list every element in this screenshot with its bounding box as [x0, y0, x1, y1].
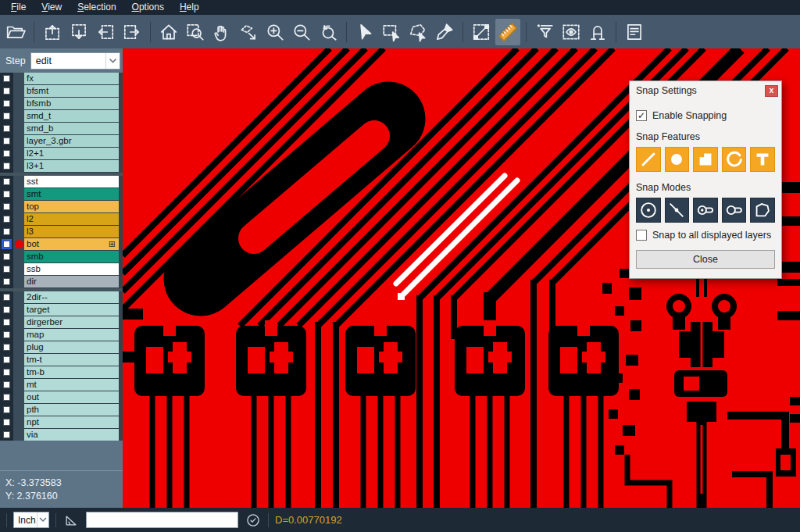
dialog-title-bar[interactable]: Snap Settings x	[630, 81, 781, 100]
layer-name[interactable]: tm-t	[24, 354, 119, 366]
snap-feature-arc-button[interactable]	[722, 147, 747, 172]
snap-mode-center-button[interactable]	[636, 198, 661, 223]
layer-row-smb[interactable]: smb	[0, 251, 123, 262]
layer-name[interactable]: ssb	[24, 263, 119, 275]
angle-mode-button[interactable]	[62, 512, 80, 529]
layer-row-pth[interactable]: pth	[0, 404, 123, 416]
layer-row-bfsmb[interactable]: bfsmb	[0, 98, 123, 109]
layer-row-bot[interactable]: bot⊞	[0, 238, 123, 250]
layer-name[interactable]: dir	[24, 276, 119, 287]
open-file-button[interactable]	[3, 19, 28, 45]
layer-row-smd_b[interactable]: smd_b	[0, 123, 123, 134]
layer-visibility-checkbox[interactable]	[3, 253, 10, 260]
snap-feature-surface-button[interactable]	[693, 147, 718, 172]
layer-row-dirgerber[interactable]: dirgerber	[0, 316, 123, 328]
layer-name[interactable]: smd_b	[24, 123, 119, 134]
layer-visibility-checkbox[interactable]	[3, 100, 10, 107]
menu-item-options[interactable]: Options	[124, 0, 172, 15]
snap-mode-closest-point-button[interactable]	[665, 198, 690, 223]
command-input[interactable]	[86, 512, 238, 528]
layer-visibility-checkbox[interactable]	[3, 137, 10, 145]
layer-visibility-checkbox[interactable]	[3, 125, 10, 132]
pan-hand-button[interactable]	[209, 19, 234, 45]
layer-visibility-checkbox[interactable]	[3, 162, 10, 170]
layer-name[interactable]: target	[24, 304, 119, 316]
layer-name[interactable]: plug	[24, 341, 119, 353]
layer-visibility-checkbox[interactable]	[3, 241, 10, 248]
layer-visibility-checkbox[interactable]	[3, 191, 10, 198]
pan-left-button[interactable]	[93, 19, 118, 45]
layer-name[interactable]: l3+1	[24, 160, 119, 172]
menu-item-view[interactable]: View	[34, 0, 70, 15]
layer-name[interactable]: bfsmt	[24, 85, 119, 97]
layer-name[interactable]: pth	[24, 404, 119, 416]
layer-row-out[interactable]: out	[0, 391, 123, 403]
menu-item-help[interactable]: Help	[172, 0, 207, 15]
layer-row-map[interactable]: map	[0, 329, 123, 341]
layer-row-smd_t[interactable]: smd_t	[0, 110, 123, 122]
layer-name[interactable]: top	[24, 201, 119, 212]
layer-visibility-checkbox[interactable]	[3, 216, 10, 223]
display-options-button[interactable]	[559, 19, 584, 45]
layer-visibility-checkbox[interactable]	[3, 394, 10, 401]
layer-visibility-checkbox[interactable]	[3, 75, 10, 82]
layer-name[interactable]: smd_t	[24, 110, 119, 122]
layer-visibility-checkbox[interactable]	[3, 178, 10, 185]
layer-row-l3[interactable]: l3	[0, 226, 123, 237]
zoom-out-button[interactable]	[289, 19, 314, 45]
zoom-window-button[interactable]	[183, 19, 208, 45]
enable-snapping-checkbox[interactable]: ✓	[636, 110, 647, 121]
measure-distance-button[interactable]	[469, 19, 494, 45]
layer-visibility-checkbox[interactable]	[3, 381, 10, 388]
layer-row-npt[interactable]: npt	[0, 416, 123, 428]
snap-feature-pad-button[interactable]	[665, 147, 690, 172]
layer-row-plug[interactable]: plug	[0, 341, 123, 353]
layer-row-target[interactable]: target	[0, 304, 123, 316]
layer-visibility-checkbox[interactable]	[3, 266, 10, 273]
snap-all-layers-checkbox[interactable]	[636, 230, 647, 241]
layer-name[interactable]: smt	[24, 188, 119, 200]
layer-row-tm-b[interactable]: tm-b	[0, 366, 123, 378]
layer-visibility-checkbox[interactable]	[3, 406, 10, 413]
snap-mode-contour-button[interactable]	[750, 198, 775, 223]
clean-brush-button[interactable]	[432, 19, 457, 45]
layer-name[interactable]: l2	[24, 213, 119, 225]
layer-name[interactable]: smb	[24, 251, 119, 262]
apply-button[interactable]	[245, 512, 262, 529]
layer-name[interactable]: mt	[24, 379, 119, 391]
filter-button[interactable]	[532, 19, 557, 45]
layer-row-sst[interactable]: sst	[0, 176, 123, 187]
snap-mode-slot-center-hole-button[interactable]	[693, 198, 718, 223]
layer-visibility-checkbox[interactable]	[3, 278, 10, 285]
layer-grid-icon[interactable]: ⊞	[109, 240, 116, 248]
snap-magnet-button[interactable]	[585, 19, 610, 45]
report-form-button[interactable]	[622, 19, 647, 45]
layer-name[interactable]: tm-b	[24, 366, 119, 378]
ruler-button[interactable]	[495, 19, 520, 45]
layer-name[interactable]: l3	[24, 226, 119, 237]
snap-feature-line-button[interactable]	[636, 147, 661, 172]
layer-visibility-checkbox[interactable]	[3, 203, 10, 210]
menu-item-file[interactable]: File	[3, 0, 34, 15]
layer-name[interactable]: via	[24, 429, 119, 441]
layer-visibility-checkbox[interactable]	[3, 344, 10, 351]
layer-row-bfsmt[interactable]: bfsmt	[0, 85, 123, 97]
select-rectangle-button[interactable]	[379, 19, 404, 45]
layer-name[interactable]: bfsmb	[24, 98, 119, 109]
layer-visibility-checkbox[interactable]	[3, 294, 10, 301]
pan-down-button[interactable]	[66, 19, 91, 45]
layer-row-mt[interactable]: mt	[0, 379, 123, 391]
select-arrow-button[interactable]	[352, 19, 377, 45]
layer-row-smt[interactable]: smt	[0, 188, 123, 200]
layer-row-top[interactable]: top	[0, 201, 123, 212]
layer-visibility-checkbox[interactable]	[3, 306, 10, 313]
layer-row-ssb[interactable]: ssb	[0, 263, 123, 275]
zoom-previous-button[interactable]	[316, 19, 341, 45]
layer-row-l2[interactable]: l2	[0, 213, 123, 225]
layer-visibility-checkbox[interactable]	[3, 319, 10, 326]
layer-row-fx[interactable]: fx	[0, 73, 123, 84]
layer-row-l3+1[interactable]: l3+1	[0, 160, 123, 172]
menu-item-selection[interactable]: Selection	[70, 0, 123, 15]
layer-row-via[interactable]: via	[0, 429, 123, 441]
layer-visibility-checkbox[interactable]	[3, 150, 10, 157]
